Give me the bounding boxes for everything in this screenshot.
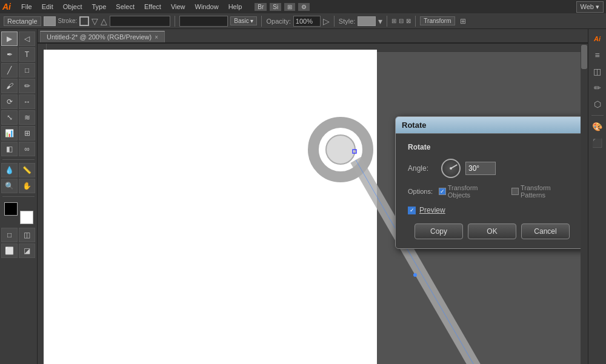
right-tool-properties[interactable]: ◫ <box>590 64 605 79</box>
stroke-options-input[interactable] <box>110 16 170 27</box>
tool-row-scale: ⤡ ≋ <box>1 110 36 125</box>
right-tool-1[interactable]: Ai <box>590 31 605 46</box>
transform-btn[interactable]: Transform <box>420 16 454 25</box>
bridge-btn[interactable]: Br <box>255 3 267 11</box>
tool-row-graph: 📊 ⊞ <box>1 126 36 141</box>
stock-btn[interactable]: Si <box>270 3 281 11</box>
stroke-swatch[interactable] <box>79 16 89 26</box>
graph-tool[interactable]: 📊 <box>1 126 18 141</box>
menu-window[interactable]: Window <box>191 2 223 12</box>
pen-tool[interactable]: ✒ <box>1 47 18 62</box>
rect-tool[interactable]: □ <box>19 63 35 78</box>
style-label: Style: <box>339 18 356 25</box>
warp-tool[interactable]: ≋ <box>19 110 35 125</box>
tab-close-btn[interactable]: × <box>155 34 158 41</box>
opacity-input[interactable] <box>293 16 321 27</box>
right-tool-layers[interactable]: ≡ <box>590 48 605 62</box>
align2-icon[interactable]: ⊠ <box>406 18 411 24</box>
direct-selection-tool[interactable]: ◁ <box>19 31 35 46</box>
menu-view[interactable]: View <box>167 2 190 12</box>
style-swatch[interactable] <box>358 16 376 26</box>
fill-swatch[interactable] <box>44 16 56 26</box>
distribute-icon[interactable]: ⊟ <box>399 18 404 24</box>
preview-row: Preview <box>408 206 576 214</box>
type-tool[interactable]: T <box>19 47 35 62</box>
canvas-drawing[interactable]: Rotate Rotate Angle: 30° <box>38 44 588 364</box>
artboard <box>44 50 377 364</box>
gradient-tool[interactable]: ◧ <box>1 142 18 156</box>
draw-behind[interactable]: ◫ <box>19 228 35 242</box>
angle-dial[interactable] <box>441 159 461 178</box>
artboard-tool[interactable]: ◪ <box>19 243 35 258</box>
dialog-buttons: Copy OK Cancel <box>408 223 576 239</box>
right-tool-symbols[interactable]: ⬡ <box>590 97 605 111</box>
basic-dropdown[interactable]: Basic ▾ <box>230 16 257 25</box>
measure-tool[interactable]: 📏 <box>19 163 35 177</box>
copy-button[interactable]: Copy <box>415 223 463 239</box>
tool-row-gradient: ◧ ∞ <box>1 142 36 156</box>
document-tab[interactable]: Untitled-2* @ 200% (RGB/Preview) × <box>40 31 165 42</box>
stroke-color-swatch[interactable] <box>20 211 33 224</box>
ok-button[interactable]: OK <box>468 223 516 239</box>
grid-btn[interactable]: ⊞ <box>284 3 295 11</box>
cancel-button[interactable]: Cancel <box>521 223 570 239</box>
tool-row-pen: ✒ T <box>1 47 36 62</box>
hand-tool[interactable]: ✋ <box>19 179 35 193</box>
angle-input[interactable]: 30° <box>465 162 496 175</box>
right-panel: Ai ≡ ◫ ✏ ⬡ 🎨 ⬛ <box>588 29 606 364</box>
menu-file[interactable]: File <box>17 2 36 12</box>
stroke-weight-up[interactable]: △ <box>101 16 107 26</box>
vertical-scrollbar[interactable] <box>581 44 588 364</box>
selection-tool[interactable]: ▶ <box>1 31 18 46</box>
right-tool-color[interactable]: 🎨 <box>590 119 605 134</box>
draw-normal[interactable]: □ <box>1 228 18 242</box>
workspace-selector[interactable]: Web ▾ <box>576 1 604 13</box>
right-tool-brushes[interactable]: ✏ <box>590 81 605 95</box>
transform-patterns-check-label[interactable]: Transform Patterns <box>511 184 576 199</box>
dialog-titlebar: Rotate <box>396 117 588 134</box>
opacity-label: Opacity: <box>266 18 290 25</box>
menu-object[interactable]: Object <box>59 2 87 12</box>
transform-objects-checkbox[interactable] <box>439 188 446 195</box>
dial-indicator <box>451 164 458 169</box>
menu-help[interactable]: Help <box>224 2 247 12</box>
eyedropper-tool[interactable]: 💧 <box>1 163 18 177</box>
paintbrush-tool[interactable]: 🖌 <box>1 79 18 93</box>
screen-mode[interactable]: ⬜ <box>1 243 18 258</box>
preview-checkbox[interactable] <box>408 207 416 214</box>
scale-tool[interactable]: ⤡ <box>1 110 18 125</box>
dialog-section-title: Rotate <box>408 143 576 151</box>
fill-color-swatch[interactable] <box>4 202 18 216</box>
tool-row-select: ▶ ◁ <box>1 31 36 46</box>
align-icon[interactable]: ⊞ <box>391 18 396 24</box>
options-row: Options: Transform Objects Transform Pat… <box>408 184 576 199</box>
stroke-style-input[interactable] <box>179 16 228 27</box>
menu-right: Web ▾ <box>576 1 604 13</box>
rotate-tool[interactable]: ⟳ <box>1 94 18 109</box>
preview-label[interactable]: Preview <box>419 206 445 214</box>
zoom-tool[interactable]: 🔍 <box>1 179 18 193</box>
transform-options-icon[interactable]: ⊞ <box>460 17 466 25</box>
menu-select[interactable]: Select <box>112 2 139 12</box>
style-dropdown[interactable]: ▾ <box>378 16 382 26</box>
menu-edit[interactable]: Edit <box>38 2 58 12</box>
opacity-arrow[interactable]: ▷ <box>323 16 330 26</box>
line-tool[interactable]: ╱ <box>1 63 18 78</box>
mesh-tool[interactable]: ⊞ <box>19 126 35 141</box>
tool-row-zoom: 🔍 ✋ <box>1 179 36 193</box>
scrollbar-thumb[interactable] <box>581 45 587 69</box>
menu-effect[interactable]: Effect <box>140 2 165 12</box>
tool-separator2 <box>2 196 35 197</box>
right-tool-swatches[interactable]: ⬛ <box>590 136 605 150</box>
pencil-tool[interactable]: ✏ <box>19 79 35 93</box>
toolbar: Rectangle Stroke: ▽ △ Basic ▾ Opacity: ▷… <box>0 13 606 29</box>
transform-patterns-checkbox[interactable] <box>511 188 519 195</box>
menu-type[interactable]: Type <box>88 2 111 12</box>
kuler-btn[interactable]: ⚙ <box>298 3 310 11</box>
tool-row-draw-mode: □ ◫ <box>1 228 36 242</box>
mirror-tool[interactable]: ↔ <box>19 94 35 109</box>
tool-row-line: ╱ □ <box>1 63 36 78</box>
stroke-weight-down[interactable]: ▽ <box>92 16 98 26</box>
blend-tool[interactable]: ∞ <box>19 142 35 156</box>
transform-objects-check-label[interactable]: Transform Objects <box>439 184 501 199</box>
